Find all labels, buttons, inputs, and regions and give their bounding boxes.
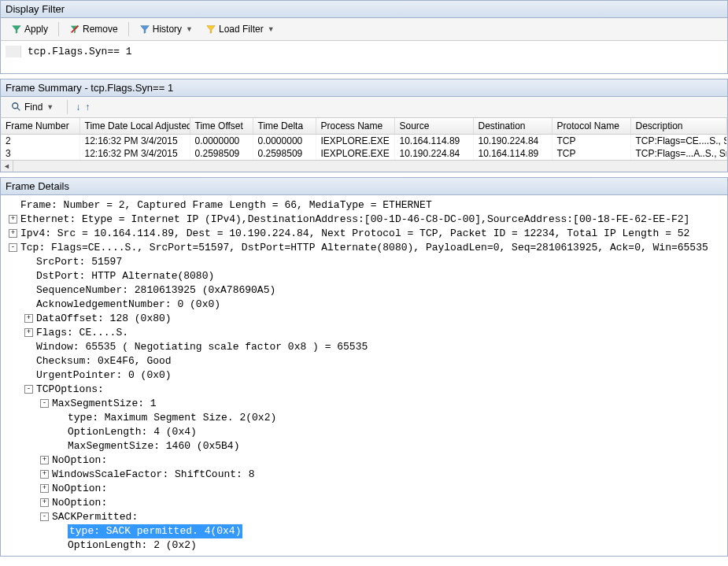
tree-node[interactable]: +Ethernet: Etype = Internet IP (IPv4),De… [2, 213, 726, 227]
separator [67, 100, 68, 114]
tree-node[interactable]: +Flags: CE....S. [2, 326, 726, 340]
tree-node-text: NoOption: [52, 482, 107, 496]
tree-node[interactable]: +NoOption: [2, 496, 726, 510]
column-header[interactable]: Description [630, 118, 727, 135]
column-header[interactable]: Source [394, 118, 473, 135]
tree-node[interactable]: MaxSegmentSize: 1460 (0x5B4) [2, 439, 726, 453]
tree-node[interactable]: AcknowledgementNumber: 0 (0x0) [2, 298, 726, 312]
expand-icon[interactable]: + [24, 314, 33, 323]
frame-summary-grid[interactable]: Frame NumberTime Date Local AdjustedTime… [0, 118, 728, 160]
tree-node[interactable]: +NoOption: [2, 453, 726, 468]
apply-icon [11, 24, 22, 35]
expand-icon[interactable]: + [9, 229, 17, 238]
tree-node[interactable]: -MaxSegmentSize: 1 [2, 397, 726, 411]
tree-node[interactable]: OptionLength: 4 (0x4) [2, 425, 726, 439]
tree-node[interactable]: type: Maximum Segment Size. 2(0x2) [2, 411, 726, 425]
collapse-icon[interactable]: - [9, 243, 17, 252]
column-header[interactable]: Process Name [316, 118, 394, 135]
tree-node-text: SACKPermitted: [52, 510, 138, 524]
arrow-up-icon[interactable]: ↑ [85, 102, 90, 113]
tree-node-text: SrcPort: 51597 [36, 255, 122, 269]
collapse-icon[interactable]: - [24, 385, 33, 394]
table-row[interactable]: 212:16:32 PM 3/4/20150.00000000.0000000I… [1, 135, 727, 148]
tree-node-text: SequenceNumber: 2810613925 (0xA78690A5) [36, 283, 275, 298]
tree-node[interactable]: +WindowsScaleFactor: ShiftCount: 8 [2, 468, 726, 482]
cell: 10.190.224.84 [394, 147, 473, 160]
chevron-down-icon: ▼ [46, 103, 54, 111]
expand-icon[interactable]: + [24, 328, 33, 337]
cell: 0.0000000 [253, 135, 316, 148]
remove-label: Remove [83, 24, 118, 35]
cell: 0.0000000 [190, 135, 253, 148]
collapse-icon[interactable]: - [40, 512, 49, 521]
expand-icon[interactable]: + [9, 215, 17, 224]
tree-node[interactable]: -SACKPermitted: [2, 510, 726, 524]
tree-node-text: Checksum: 0xE4F6, Good [36, 354, 172, 368]
column-header[interactable]: Time Date Local Adjusted [79, 118, 190, 135]
tree-node[interactable]: Frame: Number = 2, Captured Frame Length… [2, 198, 726, 213]
tree-node[interactable]: type: SACK permitted. 4(0x4) [2, 524, 726, 538]
tree-node-text: WindowsScaleFactor: ShiftCount: 8 [52, 468, 254, 482]
expand-icon[interactable]: + [40, 484, 49, 493]
remove-icon [69, 24, 80, 35]
frame-summary-header: Frame Summary - tcp.Flags.Syn== 1 [0, 79, 728, 97]
apply-button[interactable]: Apply [6, 21, 54, 37]
filter-expression-box[interactable]: tcp.Flags.Syn== 1 [0, 41, 728, 74]
table-row[interactable]: 312:16:32 PM 3/4/20150.25985090.2598509I… [1, 147, 727, 160]
cell: TCP [552, 135, 630, 148]
cell: 12:16:32 PM 3/4/2015 [79, 147, 190, 160]
frame-details-header: Frame Details [0, 177, 728, 195]
tree-node-text: NoOption: [52, 453, 107, 468]
cell: TCP:Flags=CE....S., SrcPort=51597, DstPo… [630, 135, 727, 148]
cell: 12:16:32 PM 3/4/2015 [79, 135, 190, 148]
svg-point-1 [13, 103, 18, 109]
cell: 10.164.114.89 [473, 147, 552, 160]
editor-gutter [6, 46, 21, 57]
tree-node-text: Window: 65535 ( Negotiating scale factor… [36, 340, 368, 354]
expand-icon[interactable]: + [40, 470, 49, 479]
column-header[interactable]: Destination [473, 118, 552, 135]
expand-icon[interactable]: + [40, 456, 49, 464]
tree-node-text: Ipv4: Src = 10.164.114.89, Dest = 10.190… [20, 227, 689, 241]
column-header[interactable]: Time Offset [190, 118, 253, 135]
tree-node[interactable]: SrcPort: 51597 [2, 255, 726, 269]
tree-node[interactable]: -TCPOptions: [2, 383, 726, 397]
tree-node-text: UrgentPointer: 0 (0x0) [36, 368, 172, 383]
tree-node-text: MaxSegmentSize: 1 [52, 397, 157, 411]
column-header[interactable]: Time Delta [253, 118, 316, 135]
tree-node[interactable]: +Ipv4: Src = 10.164.114.89, Dest = 10.19… [2, 227, 726, 241]
load-filter-button[interactable]: Load Filter ▼ [200, 21, 280, 37]
column-header[interactable]: Frame Number [1, 118, 79, 135]
tree-node[interactable]: DstPort: HTTP Alternate(8080) [2, 269, 726, 283]
tree-node[interactable]: Checksum: 0xE4F6, Good [2, 354, 726, 368]
scroll-left-icon[interactable]: ◄ [1, 161, 13, 172]
arrow-down-icon[interactable]: ↓ [76, 102, 80, 113]
chevron-down-icon: ▼ [268, 25, 275, 33]
cell: 10.190.224.84 [473, 135, 552, 148]
tree-node[interactable]: SequenceNumber: 2810613925 (0xA78690A5) [2, 283, 726, 298]
collapse-icon[interactable]: - [40, 399, 49, 408]
frame-details-tree[interactable]: Frame: Number = 2, Captured Frame Length… [0, 195, 728, 557]
filter-expression-text[interactable]: tcp.Flags.Syn== 1 [28, 46, 132, 57]
tree-node[interactable]: OptionLength: 2 (0x2) [2, 538, 726, 553]
cell: TCP:Flags=...A..S., SrcPort=HTTP Alterna… [630, 147, 727, 160]
tree-node[interactable]: -Tcp: Flags=CE....S., SrcPort=51597, Dst… [2, 241, 726, 255]
tree-node[interactable]: UrgentPointer: 0 (0x0) [2, 368, 726, 383]
tree-node-text: TCPOptions: [36, 383, 104, 397]
tree-node[interactable]: +DataOffset: 128 (0x80) [2, 312, 726, 326]
history-button[interactable]: History ▼ [134, 21, 198, 37]
tree-node-text: OptionLength: 2 (0x2) [68, 538, 197, 553]
find-button[interactable]: Find ▼ [6, 99, 59, 115]
apply-label: Apply [24, 24, 48, 35]
horizontal-scrollbar[interactable]: ◄ [0, 160, 728, 172]
remove-button[interactable]: Remove [64, 21, 124, 37]
tree-node-text: type: Maximum Segment Size. 2(0x2) [68, 411, 276, 425]
tree-node[interactable]: +NoOption: [2, 482, 726, 496]
expand-icon[interactable]: + [40, 498, 49, 507]
find-toolbar: Find ▼ ↓ ↑ [0, 97, 728, 118]
cell: IEXPLORE.EXE [316, 135, 394, 148]
find-icon [11, 102, 22, 113]
column-header[interactable]: Protocol Name [552, 118, 630, 135]
history-label: History [153, 24, 182, 35]
tree-node[interactable]: Window: 65535 ( Negotiating scale factor… [2, 340, 726, 354]
